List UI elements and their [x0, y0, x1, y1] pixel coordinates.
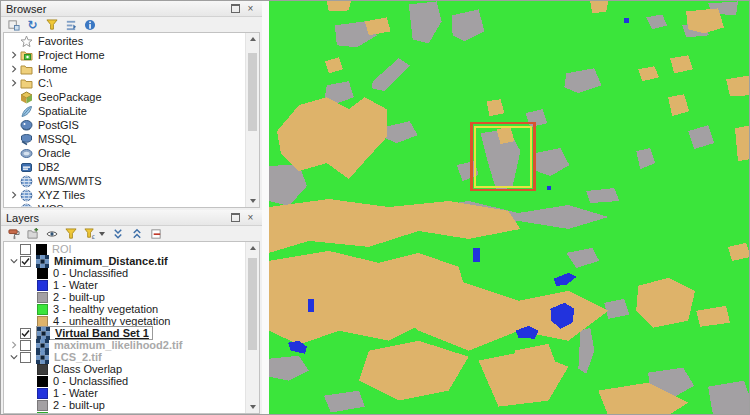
expander-none [7, 175, 20, 187]
legend-swatch [37, 292, 48, 303]
browser-item-c-drive[interactable]: C:\ [4, 76, 245, 90]
browser-item-label: WMS/WMTS [38, 175, 102, 187]
browser-panel: Browser × ↻ Favorites [1, 1, 262, 210]
layers-panel-title: Layers [6, 212, 227, 224]
legend-item: Class Overlap [4, 363, 245, 375]
legend-swatch [37, 316, 48, 327]
filter-browser-icon[interactable] [45, 18, 58, 31]
browser-item-db2[interactable]: DB2 [4, 160, 245, 174]
browser-panel-title: Browser [6, 3, 227, 15]
legend-label: 3 - healthy vegetation [53, 303, 158, 315]
db2-icon [20, 161, 33, 174]
browser-item-home[interactable]: Home [4, 62, 245, 76]
add-selected-layers-icon[interactable] [7, 18, 20, 31]
collapse-all-icon[interactable] [64, 18, 77, 31]
legend-item: 0 - Unclassified [4, 267, 245, 279]
float-icon [231, 213, 240, 222]
panel-map-divider[interactable] [262, 1, 269, 415]
scroll-down-icon[interactable] [246, 195, 259, 207]
filter-expression-icon[interactable]: ε [83, 227, 96, 240]
legend-swatch [37, 376, 48, 387]
add-group-icon[interactable] [26, 227, 39, 240]
mssql-icon [20, 133, 33, 146]
browser-item-label: SpatiaLite [38, 105, 87, 117]
scroll-down-icon[interactable] [246, 401, 259, 413]
layer-row-virtual-band-set[interactable]: Virtual Band Set 1 [4, 327, 245, 339]
globe-icon [20, 203, 33, 208]
chevron-right-icon[interactable] [7, 189, 20, 201]
layers-scrollbar[interactable] [245, 242, 259, 413]
browser-item-wms-wmts[interactable]: WMS/WMTS [4, 174, 245, 188]
legend-item: 2 - built-up [4, 399, 245, 411]
filter-legend-icon[interactable] [64, 227, 77, 240]
legend-swatch [37, 412, 48, 414]
qgis-window: Browser × ↻ Favorites [0, 0, 750, 415]
oracle-icon [20, 147, 33, 160]
properties-info-icon[interactable] [83, 18, 96, 31]
scrollbar-thumb[interactable] [248, 53, 257, 131]
browser-item-mssql[interactable]: MSSQL [4, 132, 245, 146]
chevron-right-icon[interactable] [7, 63, 20, 75]
browser-item-label: Home [38, 63, 67, 75]
browser-panel-header: Browser × [1, 1, 262, 17]
map-canvas[interactable] [269, 1, 750, 415]
layer-checkbox-unchecked[interactable] [20, 340, 31, 351]
roi-checkbox-unchecked[interactable] [20, 244, 31, 255]
browser-item-project-home[interactable]: Project Home [4, 48, 245, 62]
layers-float-button[interactable] [229, 212, 242, 223]
layer-row-roi[interactable]: ROI [4, 243, 245, 255]
layer-checkbox-checked[interactable] [20, 256, 31, 267]
layer-label: Virtual Band Set 1 [55, 327, 149, 339]
chevron-down-icon[interactable] [7, 351, 20, 363]
browser-item-label: WCS [38, 203, 64, 207]
legend-label: Class Overlap [53, 363, 122, 375]
chevron-down-icon[interactable] [99, 232, 105, 236]
expander-none [7, 105, 20, 117]
layer-row-maximum-likelihood[interactable]: maximum_likelihood2.tif [4, 339, 245, 351]
scrollbar-track[interactable] [246, 45, 259, 195]
browser-float-button[interactable] [229, 3, 242, 14]
legend-swatch [37, 364, 48, 375]
browser-item-geopackage[interactable]: GeoPackage [4, 90, 245, 104]
collapse-all-icon[interactable] [130, 227, 143, 240]
layer-row-lcs[interactable]: LCS_2.tif [4, 351, 245, 363]
chevron-right-icon[interactable] [7, 339, 20, 351]
legend-swatch [37, 304, 48, 315]
browser-tree[interactable]: Favorites Project Home Home C:\ [3, 32, 260, 208]
spatialite-icon [20, 105, 33, 118]
layer-checkbox-unchecked[interactable] [20, 352, 31, 363]
browser-item-label: DB2 [38, 161, 59, 173]
legend-label: 3 - healthy vegetation [53, 411, 158, 413]
chevron-right-icon[interactable] [7, 77, 20, 89]
globe-icon [20, 175, 33, 188]
legend-label: 1 - Water [53, 387, 98, 399]
browser-item-favorites[interactable]: Favorites [4, 34, 245, 48]
layer-label: maximum_likelihood2.tif [54, 339, 182, 351]
browser-item-spatialite[interactable]: SpatiaLite [4, 104, 245, 118]
expander-none [7, 91, 20, 103]
scroll-up-icon[interactable] [246, 33, 259, 45]
float-icon [231, 4, 240, 13]
browser-item-wcs[interactable]: WCS [4, 202, 245, 207]
browser-item-label: GeoPackage [38, 91, 102, 103]
layers-tree[interactable]: ROI Minimum_Distance.tif 0 - Unclassifie… [3, 241, 260, 414]
scroll-up-icon[interactable] [246, 242, 259, 254]
raster-layer-icon [36, 351, 49, 364]
layers-close-button[interactable]: × [244, 212, 257, 223]
chevron-right-icon[interactable] [7, 49, 20, 61]
browser-close-button[interactable]: × [244, 3, 257, 14]
browser-scrollbar[interactable] [245, 33, 259, 207]
expand-all-icon[interactable] [111, 227, 124, 240]
layer-checkbox-checked[interactable] [20, 328, 31, 339]
refresh-icon[interactable]: ↻ [26, 18, 39, 31]
scrollbar-track[interactable] [246, 254, 259, 401]
style-panel-icon[interactable] [7, 227, 20, 240]
remove-layer-icon[interactable] [149, 227, 162, 240]
browser-item-postgis[interactable]: PostGIS [4, 118, 245, 132]
browser-item-xyz-tiles[interactable]: XYZ Tiles [4, 188, 245, 202]
layer-row-minimum-distance[interactable]: Minimum_Distance.tif [4, 255, 245, 267]
browser-item-oracle[interactable]: Oracle [4, 146, 245, 160]
chevron-down-icon[interactable] [7, 255, 20, 267]
scrollbar-thumb[interactable] [248, 258, 257, 350]
map-themes-eye-icon[interactable] [45, 227, 58, 240]
